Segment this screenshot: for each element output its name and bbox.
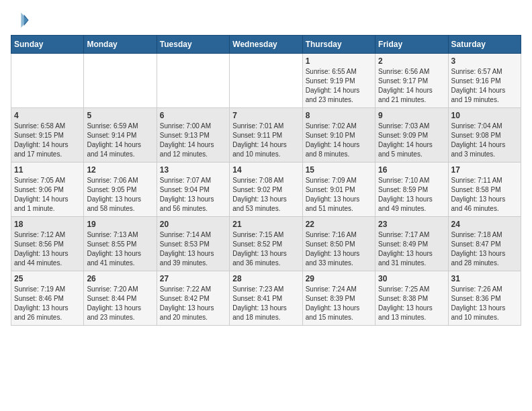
calendar-cell: 2Sunrise: 6:56 AM Sunset: 9:17 PM Daylig… [375,54,448,108]
day-info: Sunrise: 7:26 AM Sunset: 8:36 PM Dayligh… [451,285,518,322]
week-row-3: 11Sunrise: 7:05 AM Sunset: 9:06 PM Dayli… [11,163,521,217]
day-number: 23 [378,220,445,229]
day-info: Sunrise: 7:18 AM Sunset: 8:47 PM Dayligh… [451,230,518,268]
calendar-cell: 17Sunrise: 7:11 AM Sunset: 8:58 PM Dayli… [448,163,521,217]
calendar-cell: 6Sunrise: 7:00 AM Sunset: 9:13 PM Daylig… [157,108,229,163]
day-info: Sunrise: 7:02 AM Sunset: 9:10 PM Dayligh… [306,122,372,159]
week-row-2: 4Sunrise: 6:58 AM Sunset: 9:15 PM Daylig… [11,108,521,163]
calendar-cell: 27Sunrise: 7:22 AM Sunset: 8:42 PM Dayli… [157,271,229,326]
day-number: 19 [87,220,153,229]
day-number: 7 [232,111,299,120]
day-number: 20 [160,220,226,229]
day-number: 25 [14,274,81,283]
day-number: 1 [306,56,372,66]
calendar-cell: 16Sunrise: 7:10 AM Sunset: 8:59 PM Dayli… [375,163,448,217]
day-number: 6 [160,111,226,120]
day-info: Sunrise: 7:20 AM Sunset: 8:44 PM Dayligh… [87,285,153,322]
calendar-cell: 28Sunrise: 7:23 AM Sunset: 8:41 PM Dayli… [230,271,302,326]
calendar-cell: 30Sunrise: 7:25 AM Sunset: 8:38 PM Dayli… [375,271,448,326]
day-info: Sunrise: 7:14 AM Sunset: 8:53 PM Dayligh… [160,230,226,268]
calendar-cell: 5Sunrise: 6:59 AM Sunset: 9:14 PM Daylig… [84,108,157,163]
day-info: Sunrise: 7:22 AM Sunset: 8:42 PM Dayligh… [160,285,226,322]
calendar-cell: 4Sunrise: 6:58 AM Sunset: 9:15 PM Daylig… [11,108,84,163]
day-info: Sunrise: 7:16 AM Sunset: 8:50 PM Dayligh… [306,230,372,268]
day-info: Sunrise: 7:13 AM Sunset: 8:55 PM Dayligh… [87,230,153,268]
day-info: Sunrise: 6:55 AM Sunset: 9:19 PM Dayligh… [306,67,372,105]
calendar-cell: 20Sunrise: 7:14 AM Sunset: 8:53 PM Dayli… [157,217,229,271]
day-number: 14 [232,165,299,175]
week-row-4: 18Sunrise: 7:12 AM Sunset: 8:56 PM Dayli… [11,217,521,271]
week-row-5: 25Sunrise: 7:19 AM Sunset: 8:46 PM Dayli… [11,271,521,326]
calendar-cell: 12Sunrise: 7:06 AM Sunset: 9:05 PM Dayli… [84,163,157,217]
calendar-cell [84,54,157,108]
day-number: 29 [306,274,372,283]
day-info: Sunrise: 7:10 AM Sunset: 8:59 PM Dayligh… [378,176,445,214]
day-number: 17 [451,165,518,175]
calendar-cell: 18Sunrise: 7:12 AM Sunset: 8:56 PM Dayli… [11,217,84,271]
day-info: Sunrise: 7:01 AM Sunset: 9:11 PM Dayligh… [232,122,299,159]
day-info: Sunrise: 7:07 AM Sunset: 9:04 PM Dayligh… [160,176,226,214]
day-number: 18 [14,220,81,229]
day-number: 21 [232,220,299,229]
day-info: Sunrise: 7:15 AM Sunset: 8:52 PM Dayligh… [232,230,299,268]
day-info: Sunrise: 7:12 AM Sunset: 8:56 PM Dayligh… [14,230,81,268]
column-header-thursday: Thursday [302,36,375,54]
calendar-cell: 25Sunrise: 7:19 AM Sunset: 8:46 PM Dayli… [11,271,84,326]
day-info: Sunrise: 7:08 AM Sunset: 9:02 PM Dayligh… [232,176,299,214]
calendar-cell: 19Sunrise: 7:13 AM Sunset: 8:55 PM Dayli… [84,217,157,271]
day-info: Sunrise: 6:57 AM Sunset: 9:16 PM Dayligh… [451,67,518,105]
day-info: Sunrise: 7:05 AM Sunset: 9:06 PM Dayligh… [14,176,81,214]
calendar-cell: 15Sunrise: 7:09 AM Sunset: 9:01 PM Dayli… [302,163,375,217]
day-number: 5 [87,111,153,120]
column-header-sunday: Sunday [11,36,84,54]
header-row: SundayMondayTuesdayWednesdayThursdayFrid… [11,36,521,54]
day-info: Sunrise: 7:04 AM Sunset: 9:08 PM Dayligh… [451,122,518,159]
day-info: Sunrise: 7:00 AM Sunset: 9:13 PM Dayligh… [160,122,226,159]
calendar-cell: 10Sunrise: 7:04 AM Sunset: 9:08 PM Dayli… [448,108,521,163]
day-info: Sunrise: 7:06 AM Sunset: 9:05 PM Dayligh… [87,176,153,214]
day-info: Sunrise: 6:58 AM Sunset: 9:15 PM Dayligh… [14,122,81,159]
day-number: 8 [306,111,372,120]
column-header-saturday: Saturday [448,36,521,54]
calendar-cell: 14Sunrise: 7:08 AM Sunset: 9:02 PM Dayli… [230,163,302,217]
calendar-cell: 31Sunrise: 7:26 AM Sunset: 8:36 PM Dayli… [448,271,521,326]
day-number: 4 [14,111,81,120]
day-number: 3 [451,56,518,66]
calendar-cell: 11Sunrise: 7:05 AM Sunset: 9:06 PM Dayli… [11,163,84,217]
day-info: Sunrise: 7:11 AM Sunset: 8:58 PM Dayligh… [451,176,518,214]
logo-icon [11,11,30,30]
day-number: 11 [14,165,81,175]
calendar-cell: 8Sunrise: 7:02 AM Sunset: 9:10 PM Daylig… [302,108,375,163]
calendar-table: SundayMondayTuesdayWednesdayThursdayFrid… [11,35,521,326]
day-number: 16 [378,165,445,175]
day-number: 28 [232,274,299,283]
calendar-cell: 22Sunrise: 7:16 AM Sunset: 8:50 PM Dayli… [302,217,375,271]
day-info: Sunrise: 6:59 AM Sunset: 9:14 PM Dayligh… [87,122,153,159]
column-header-monday: Monday [84,36,157,54]
day-info: Sunrise: 7:17 AM Sunset: 8:49 PM Dayligh… [378,230,445,268]
day-number: 27 [160,274,226,283]
calendar-cell: 1Sunrise: 6:55 AM Sunset: 9:19 PM Daylig… [302,54,375,108]
calendar-cell: 9Sunrise: 7:03 AM Sunset: 9:09 PM Daylig… [375,108,448,163]
header [11,11,521,30]
day-number: 30 [378,274,445,283]
day-info: Sunrise: 7:19 AM Sunset: 8:46 PM Dayligh… [14,285,81,322]
calendar-cell: 23Sunrise: 7:17 AM Sunset: 8:49 PM Dayli… [375,217,448,271]
day-info: Sunrise: 7:23 AM Sunset: 8:41 PM Dayligh… [232,285,299,322]
week-row-1: 1Sunrise: 6:55 AM Sunset: 9:19 PM Daylig… [11,54,521,108]
calendar-cell: 29Sunrise: 7:24 AM Sunset: 8:39 PM Dayli… [302,271,375,326]
calendar-cell: 13Sunrise: 7:07 AM Sunset: 9:04 PM Dayli… [157,163,229,217]
day-info: Sunrise: 6:56 AM Sunset: 9:17 PM Dayligh… [378,67,445,105]
day-info: Sunrise: 7:03 AM Sunset: 9:09 PM Dayligh… [378,122,445,159]
day-number: 31 [451,274,518,283]
calendar-cell: 26Sunrise: 7:20 AM Sunset: 8:44 PM Dayli… [84,271,157,326]
day-number: 9 [378,111,445,120]
day-number: 24 [451,220,518,229]
logo [11,11,32,30]
day-info: Sunrise: 7:25 AM Sunset: 8:38 PM Dayligh… [378,285,445,322]
column-header-tuesday: Tuesday [157,36,229,54]
day-number: 13 [160,165,226,175]
calendar-cell: 3Sunrise: 6:57 AM Sunset: 9:16 PM Daylig… [448,54,521,108]
column-header-friday: Friday [375,36,448,54]
day-info: Sunrise: 7:09 AM Sunset: 9:01 PM Dayligh… [306,176,372,214]
